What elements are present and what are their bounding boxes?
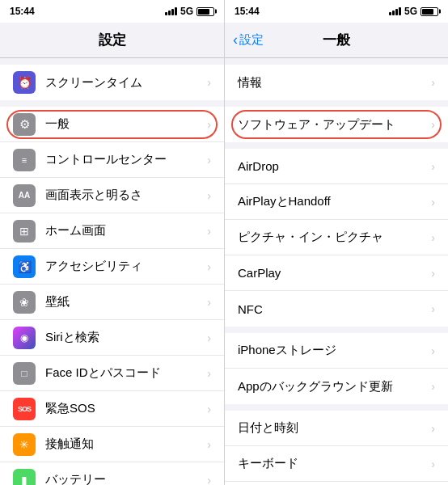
settings-group-datetime: 日付と時刻 › キーボード › フォント › 言語と地域 › 辞書 ›	[225, 411, 448, 485]
status-bar-left: 15:44 5G	[0, 0, 224, 23]
general-label: 一般	[45, 116, 207, 132]
faceid-icon: □	[13, 362, 36, 385]
homescreen-chevron: ›	[207, 225, 211, 238]
settings-item-softwareupdate[interactable]: ソフトウェア・アップデート ›	[225, 107, 448, 142]
datetime-chevron: ›	[431, 422, 435, 435]
settings-group-screentime: ⏰ スクリーンタイム ›	[0, 65, 224, 100]
settings-item-siri[interactable]: ◉ Siriと検索 ›	[0, 320, 224, 356]
wallpaper-chevron: ›	[207, 296, 211, 309]
settings-item-wallpaper[interactable]: ❀ 壁紙 ›	[0, 285, 224, 320]
time-left: 15:44	[10, 6, 35, 17]
divider-r2	[225, 100, 448, 107]
airdrop-label: AirDrop	[238, 159, 431, 173]
settings-item-iphonestorage[interactable]: iPhoneストレージ ›	[225, 333, 448, 369]
controlcenter-chevron: ›	[207, 154, 211, 167]
accessibility-chevron: ›	[207, 260, 211, 273]
sos-icon: SOS	[13, 398, 36, 420]
network-type-left: 5G	[180, 6, 193, 17]
nav-title-right: 一般	[323, 31, 350, 49]
divider-r4	[225, 327, 448, 333]
screentime-icon: ⏰	[13, 71, 36, 94]
homescreen-icon: ⊞	[13, 220, 36, 242]
settings-item-exposure[interactable]: ✳ 接触通知 ›	[0, 427, 224, 462]
nfc-label: NFC	[238, 302, 431, 316]
bgrefresh-chevron: ›	[431, 380, 435, 393]
settings-item-info[interactable]: 情報 ›	[225, 65, 448, 100]
siri-label: Siriと検索	[45, 330, 207, 345]
wallpaper-label: 壁紙	[45, 294, 207, 310]
divider-r1	[225, 58, 448, 65]
carplay-chevron: ›	[431, 267, 435, 280]
battery-label: バッテリー	[45, 472, 207, 485]
settings-group-airdrop: AirDrop › AirPlayとHandoff › ピクチャ・イン・ピクチャ…	[225, 149, 448, 327]
settings-item-homescreen[interactable]: ⊞ ホーム画面 ›	[0, 213, 224, 249]
siri-chevron: ›	[207, 331, 211, 344]
nav-bar-right: ‹ 設定 一般	[225, 23, 448, 58]
back-button[interactable]: ‹ 設定	[233, 32, 264, 48]
settings-group-softwareupdate: ソフトウェア・アップデート ›	[225, 107, 448, 142]
datetime-label: 日付と時刻	[238, 420, 431, 436]
divider	[0, 58, 224, 65]
general-icon: ⚙	[13, 113, 36, 136]
battery-icon-left	[197, 7, 214, 16]
back-label[interactable]: 設定	[239, 32, 264, 48]
display-chevron: ›	[207, 189, 211, 202]
nav-bar-left: 設定	[0, 23, 224, 58]
siri-icon: ◉	[13, 327, 36, 349]
exposure-chevron: ›	[207, 438, 211, 451]
settings-group-main: ⚙ 一般 › ≡ コントロールセンター › AA 画面表示と明るさ › ⊞ ホー…	[0, 107, 224, 485]
sos-chevron: ›	[207, 403, 211, 415]
screentime-chevron: ›	[207, 76, 211, 89]
controlcenter-icon: ≡	[13, 149, 36, 171]
settings-item-controlcenter[interactable]: ≡ コントロールセンター ›	[0, 142, 224, 178]
divider-r5	[225, 404, 448, 411]
settings-item-datetime[interactable]: 日付と時刻 ›	[225, 411, 448, 446]
settings-item-general[interactable]: ⚙ 一般 ›	[0, 107, 224, 142]
settings-item-font[interactable]: フォント ›	[225, 482, 448, 485]
keyboard-label: キーボード	[238, 456, 431, 471]
divider-r3	[225, 142, 448, 149]
info-chevron: ›	[431, 76, 435, 89]
right-panel: 15:44 5G ‹ 設定 一般 情報 ›	[224, 0, 448, 485]
iphonestorage-label: iPhoneストレージ	[238, 343, 431, 358]
time-right: 15:44	[235, 6, 260, 17]
settings-item-battery[interactable]: ▮ バッテリー ›	[0, 462, 224, 485]
settings-group-info: 情報 ›	[225, 65, 448, 100]
settings-item-faceid[interactable]: □ Face IDとパスコード ›	[0, 356, 224, 391]
display-icon: AA	[13, 184, 36, 207]
settings-item-nfc[interactable]: NFC ›	[225, 291, 448, 327]
keyboard-chevron: ›	[431, 458, 435, 470]
sos-label: 緊急SOS	[45, 401, 207, 416]
accessibility-icon: ♿	[13, 255, 36, 278]
bgrefresh-label: Appのバックグラウンド更新	[238, 379, 431, 394]
status-icons-left: 5G	[165, 6, 214, 17]
screentime-label: スクリーンタイム	[45, 75, 207, 91]
homescreen-label: ホーム画面	[45, 223, 207, 238]
general-chevron: ›	[207, 118, 211, 131]
display-label: 画面表示と明るさ	[45, 188, 207, 203]
battery-icon-right	[421, 7, 438, 16]
signal-icon-right	[389, 7, 401, 15]
settings-item-screentime[interactable]: ⏰ スクリーンタイム ›	[0, 65, 224, 100]
left-content: ⏰ スクリーンタイム › ⚙ 一般 › ≡ コントロールセンター › AA 画面	[0, 58, 224, 485]
settings-item-display[interactable]: AA 画面表示と明るさ ›	[0, 178, 224, 213]
battery-chevron: ›	[207, 474, 211, 486]
settings-item-bgrefresh[interactable]: Appのバックグラウンド更新 ›	[225, 369, 448, 404]
settings-item-airplay[interactable]: AirPlayとHandoff ›	[225, 184, 448, 220]
settings-item-carplay[interactable]: CarPlay ›	[225, 255, 448, 291]
settings-item-airdrop[interactable]: AirDrop ›	[225, 149, 448, 184]
settings-item-pip[interactable]: ピクチャ・イン・ピクチャ ›	[225, 220, 448, 255]
nav-title-left: 設定	[99, 31, 126, 49]
iphonestorage-chevron: ›	[431, 344, 435, 357]
faceid-chevron: ›	[207, 367, 211, 380]
exposure-icon: ✳	[13, 433, 36, 456]
airplay-chevron: ›	[431, 196, 435, 209]
network-type-right: 5G	[404, 6, 417, 17]
softwareupdate-chevron: ›	[431, 118, 435, 131]
settings-item-sos[interactable]: SOS 緊急SOS ›	[0, 391, 224, 427]
status-bar-right: 15:44 5G	[225, 0, 448, 23]
settings-item-keyboard[interactable]: キーボード ›	[225, 446, 448, 482]
settings-item-accessibility[interactable]: ♿ アクセシビリティ ›	[0, 249, 224, 285]
airdrop-chevron: ›	[431, 160, 435, 173]
exposure-label: 接触通知	[45, 436, 207, 452]
